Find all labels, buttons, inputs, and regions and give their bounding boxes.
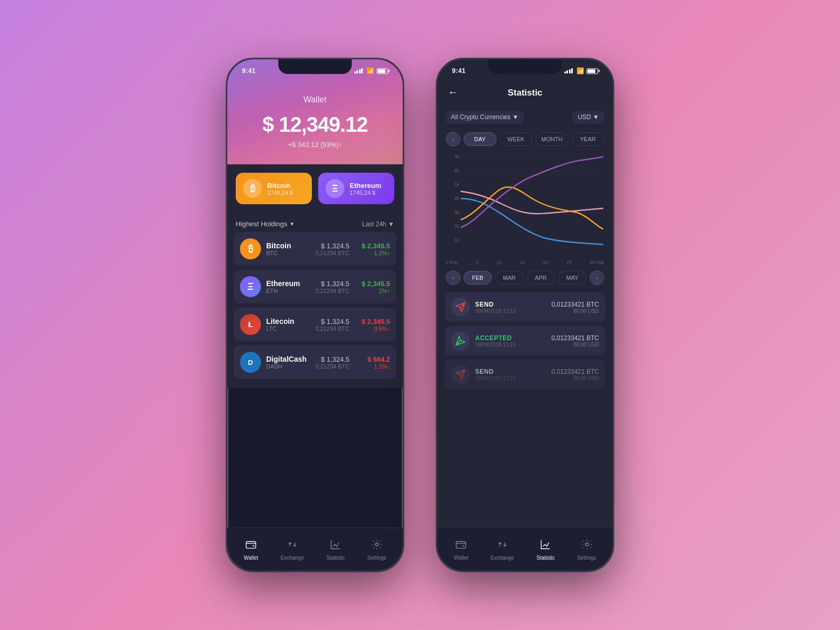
chart-xaxis: 1 Feb 5 10 15 20 25 30 Feb xyxy=(437,259,613,267)
tx3-details: SEND 09/04/2018 12:15 xyxy=(475,368,546,381)
tx3-type: SEND xyxy=(475,368,546,375)
eth-row-price-col: $ 1,324.5 0,21234 BTC xyxy=(314,280,350,294)
month-tab-mar[interactable]: MAR xyxy=(495,271,523,285)
month-tab-may[interactable]: MAY xyxy=(558,271,586,285)
ltc-row-btcval: 0,21234 BTC xyxy=(314,326,350,332)
wallet-nav-icon-2 xyxy=(455,539,467,553)
chart-nav-icon-2 xyxy=(540,539,551,553)
month-tab-feb[interactable]: FEB xyxy=(464,271,492,285)
bottom-nav-2: Wallet Exchange Statistic Settings xyxy=(437,528,613,571)
status-bar-2: 9:41 📶 xyxy=(437,64,613,78)
signal-icon-2 xyxy=(564,68,573,74)
table-row[interactable]: Ξ Ethereum ETH $ 1,324.5 0,21234 BTC $ 2… xyxy=(234,270,396,303)
tx3-date: 09/04/2018 12:15 xyxy=(475,375,546,381)
xaxis-label: 30 Feb xyxy=(590,260,604,265)
xaxis-label: 5 xyxy=(476,260,478,265)
dash-row-price-col: $ 1,324.5 0,21234 BTC xyxy=(314,355,350,370)
period-left-arrow[interactable]: ‹ xyxy=(446,132,460,146)
tx2-btc: 0,01233421 BTC xyxy=(551,334,599,342)
eth-row-total: $ 2,345.5 xyxy=(355,280,391,288)
svg-point-2 xyxy=(375,543,379,546)
btc-card-name: Bitcoin xyxy=(267,182,293,190)
chart-nav-icon xyxy=(330,539,341,553)
btc-row-total: $ 2,345.5 xyxy=(355,242,391,250)
btc-row-change: 1.2%↑ xyxy=(355,250,391,256)
month-tab-apr[interactable]: APR xyxy=(527,271,555,285)
tx2-details: ACCEPTED 09/04/2018 12:15 xyxy=(475,334,546,348)
period-tab-week[interactable]: WEEK xyxy=(500,132,533,146)
list-item[interactable]: SEND 09/04/2018 12:15 0,01233421 BTC 80,… xyxy=(445,292,605,322)
nav2-wallet-label: Wallet xyxy=(454,555,468,561)
battery-icon xyxy=(376,68,388,74)
table-row[interactable]: ₿ Bitcoin BTC $ 1,324.5 0,21234 BTC $ 2,… xyxy=(234,232,396,266)
xaxis-label: 10 xyxy=(497,260,502,265)
eth-row-price: $ 1,324.5 xyxy=(314,280,350,288)
usd-select[interactable]: USD ▼ xyxy=(572,111,604,123)
period-tab-year[interactable]: YEAR xyxy=(572,132,605,146)
ltc-row-sym: LTC xyxy=(266,326,309,332)
filter-row: All Crypto Currencies ▼ USD ▼ xyxy=(437,106,613,129)
btc-card-val: 1745,24 $ xyxy=(267,190,293,196)
nav-exchange-label: Exchange xyxy=(281,555,304,561)
wallet-screen: Wallet $ 12,349.12 +$ 342.12 (53%)↑ ₿ Bi… xyxy=(227,59,403,571)
change-text: +$ 342.12 (53%)↑ xyxy=(288,141,342,149)
nav2-statistic[interactable]: Statistic xyxy=(530,536,561,564)
month-right-arrow[interactable]: › xyxy=(590,270,604,285)
nav2-exchange[interactable]: Exchange xyxy=(485,536,520,564)
eth-row-name-col: Ethereum ETH xyxy=(266,279,309,294)
period-tab-month[interactable]: MONTH xyxy=(536,132,569,146)
currency-select[interactable]: All Crypto Currencies ▼ xyxy=(446,111,524,123)
nav-wallet[interactable]: Wallet xyxy=(237,536,264,564)
dash-row-icon: D xyxy=(240,352,261,373)
dash-row-total: $ 564.2 xyxy=(355,355,391,363)
svg-rect-0 xyxy=(246,541,256,548)
balance-change: +$ 342.12 (53%)↑ xyxy=(238,141,392,149)
svg-text:3k: 3k xyxy=(454,210,459,215)
btc-row-btcval: 0,21234 BTC xyxy=(314,250,350,256)
nav2-settings[interactable]: Settings xyxy=(571,536,602,564)
dash-row-change-col: $ 564.2 1.2%↓ xyxy=(355,355,391,370)
btc-quick-card[interactable]: ₿ Bitcoin 1745,24 $ xyxy=(236,173,312,204)
tx2-amounts: 0,01233421 BTC 80,00 USD xyxy=(551,334,599,348)
eth-row-change-col: $ 2,345.5 2%↑ xyxy=(355,280,391,294)
eth-row-change: 2%↑ xyxy=(355,288,391,294)
nav2-statistic-label: Statistic xyxy=(537,555,555,561)
chart-svg: 1k 2k 3k 4k 5k 6k 7k xyxy=(446,152,604,257)
tx1-date: 09/04/2018 12:15 xyxy=(475,308,546,314)
nav2-wallet[interactable]: Wallet xyxy=(447,536,474,564)
back-button[interactable]: ← xyxy=(448,86,458,98)
xaxis-label: 25 xyxy=(566,260,572,265)
send-icon xyxy=(451,298,470,317)
time-label[interactable]: Last 24h ▼ xyxy=(362,220,394,228)
nav-settings[interactable]: Settings xyxy=(361,536,392,564)
dash-row-change: 1.2%↓ xyxy=(355,363,391,370)
eth-quick-card[interactable]: Ξ Ethereum 1745,24 $ xyxy=(318,173,394,204)
list-item[interactable]: ACCEPTED 09/04/2018 12:15 0,01233421 BTC… xyxy=(445,326,605,355)
quick-cards: ₿ Bitcoin 1745,24 $ Ξ Ethereum 1745,24 $ xyxy=(227,164,403,213)
tx1-details: SEND 09/04/2018 12:15 xyxy=(475,301,546,314)
svg-text:1k: 1k xyxy=(454,238,459,243)
table-row[interactable]: D DigitalCash DASH $ 1,324.5 0,21234 BTC… xyxy=(234,345,396,379)
month-left-arrow[interactable]: ‹ xyxy=(446,270,460,285)
nav-statistic[interactable]: Statistic xyxy=(320,536,351,564)
phone-statistic: 9:41 📶 ← Statistic All Crypto Currencies… xyxy=(436,58,614,572)
ltc-row-name: Litecoin xyxy=(266,317,309,326)
month-tabs: ‹ FEB MAR APR MAY › xyxy=(437,267,613,289)
btc-card-info: Bitcoin 1745,24 $ xyxy=(267,182,293,196)
xaxis-label: 20 xyxy=(543,260,548,265)
nav-statistic-label: Statistic xyxy=(327,555,345,561)
nav-exchange[interactable]: Exchange xyxy=(275,536,310,564)
holdings-label[interactable]: Highest Holdings ▼ xyxy=(236,220,295,228)
ltc-row-icon: Ł xyxy=(240,314,261,335)
table-row[interactable]: Ł Litecoin LTC $ 1,324.5 0,21234 BTC $ 2… xyxy=(234,308,396,341)
list-item[interactable]: SEND 09/04/2018 12:15 0,01233421 BTC 80,… xyxy=(445,360,605,389)
eth-row-name: Ethereum xyxy=(266,279,309,288)
btc-row-sym: BTC xyxy=(266,250,309,256)
btc-row-price: $ 1,324.5 xyxy=(314,242,350,250)
settings-nav-icon-2 xyxy=(581,539,593,553)
svg-text:5k: 5k xyxy=(454,182,459,187)
wallet-nav-icon xyxy=(245,539,257,553)
btc-row-name: Bitcoin xyxy=(266,242,309,250)
status-time-1: 9:41 xyxy=(242,67,256,75)
period-tab-day[interactable]: DAY xyxy=(464,132,497,146)
